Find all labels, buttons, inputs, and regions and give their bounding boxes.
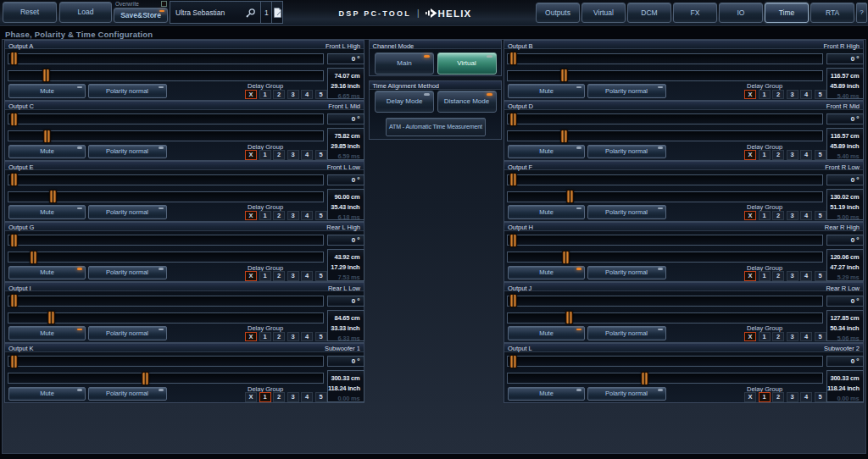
phase-slider-handle[interactable] [10,294,18,307]
delay-group-option-2[interactable]: 2 [772,150,784,160]
phase-slider-handle[interactable] [509,355,517,368]
delay-group-option-3[interactable]: 3 [787,392,798,402]
delay-group-option-3[interactable]: 3 [287,150,299,160]
delay-group-option-x[interactable]: X [245,271,257,281]
delay-group-option-5[interactable]: 5 [815,392,826,402]
distance-slider-handle[interactable] [562,251,570,264]
delay-group-option-x[interactable]: X [245,332,257,342]
phase-slider[interactable] [8,53,324,64]
delay-group-option-3[interactable]: 3 [787,211,798,221]
delay-group-option-2[interactable]: 2 [273,332,285,342]
delay-group-option-1[interactable]: 1 [259,211,271,221]
phase-slider[interactable] [507,356,823,367]
delay-group-option-4[interactable]: 4 [800,211,812,221]
polarity-button[interactable]: Polarity normal [587,387,666,401]
distance-slider-handle[interactable] [565,311,573,324]
mute-button[interactable]: Mute [8,205,86,219]
delay-group-option-x[interactable]: X [245,90,257,100]
distance-slider[interactable] [507,70,823,81]
polarity-button[interactable]: Polarity normal [587,326,666,340]
delay-group-option-2[interactable]: 2 [772,271,784,281]
delay-group-option-5[interactable]: 5 [815,90,826,100]
polarity-button[interactable]: Polarity normal [587,84,666,98]
delay-group-option-2[interactable]: 2 [273,90,285,100]
phase-slider[interactable] [507,296,823,307]
load-button[interactable]: Load [59,2,112,23]
nav-fx[interactable]: FX [673,3,717,23]
delay-group-option-4[interactable]: 4 [800,271,812,281]
phase-slider-handle[interactable] [10,52,18,65]
polarity-button[interactable]: Polarity normal [88,205,167,219]
delay-group-option-4[interactable]: 4 [800,90,812,100]
phase-slider[interactable] [507,235,823,246]
channel-mode-main-button[interactable]: Main [375,53,434,75]
delay-group-option-4[interactable]: 4 [301,90,313,100]
delay-group-option-4[interactable]: 4 [800,150,812,160]
distance-slider-handle[interactable] [641,372,648,385]
delay-group-option-4[interactable]: 4 [301,332,313,342]
delay-group-option-5[interactable]: 5 [315,332,327,342]
delay-group-option-4[interactable]: 4 [301,392,313,402]
mute-button[interactable]: Mute [508,266,585,280]
distance-slider[interactable] [507,191,823,202]
delay-group-option-x[interactable]: X [245,392,257,402]
polarity-button[interactable]: Polarity normal [88,84,167,98]
overwrite-checkbox[interactable] [161,1,167,7]
mute-button[interactable]: Mute [8,145,86,159]
delay-group-option-1[interactable]: 1 [259,332,271,342]
distance-slider-handle[interactable] [30,251,37,264]
delay-group-option-3[interactable]: 3 [287,332,299,342]
delay-group-option-1[interactable]: 1 [759,271,771,281]
nav-virtual[interactable]: Virtual [581,3,626,23]
delay-group-option-1[interactable]: 1 [259,271,271,281]
atm-button[interactable]: ATM - Automatic Time Measurement [386,118,486,136]
nav-rta[interactable]: RTA [810,3,854,23]
polarity-button[interactable]: Polarity normal [88,266,167,280]
nav-time[interactable]: Time [765,3,809,23]
delay-group-option-1[interactable]: 1 [759,332,771,342]
delay-group-option-x[interactable]: X [245,150,257,160]
distance-slider-handle[interactable] [49,190,57,203]
delay-group-option-5[interactable]: 5 [815,271,826,281]
phase-slider[interactable] [8,356,324,367]
distance-slider[interactable] [8,130,324,141]
nav-outputs[interactable]: Outputs [536,3,580,23]
delay-group-option-2[interactable]: 2 [772,392,784,402]
distance-slider[interactable] [8,312,324,324]
delay-group-option-2[interactable]: 2 [273,211,285,221]
delay-group-option-5[interactable]: 5 [315,392,327,402]
delay-group-option-3[interactable]: 3 [287,271,299,281]
delay-group-option-3[interactable]: 3 [787,150,798,160]
delay-group-option-x[interactable]: X [744,90,756,100]
delay-group-option-3[interactable]: 3 [287,392,299,402]
phase-slider-handle[interactable] [10,173,18,186]
delay-group-option-5[interactable]: 5 [315,90,327,100]
phase-slider-handle[interactable] [509,234,517,247]
delay-group-option-3[interactable]: 3 [787,90,798,100]
time-alignment-delay-mode-button[interactable]: Delay Mode [375,91,434,113]
phase-slider-handle[interactable] [509,52,517,65]
distance-slider-handle[interactable] [560,130,568,143]
delay-group-option-x[interactable]: X [245,211,257,221]
delay-group-option-x[interactable]: X [744,332,756,342]
mute-button[interactable]: Mute [508,145,585,159]
polarity-button[interactable]: Polarity normal [587,266,666,280]
delay-group-option-4[interactable]: 4 [301,150,313,160]
delay-group-option-2[interactable]: 2 [772,332,784,342]
phase-slider-handle[interactable] [10,234,18,247]
delay-group-option-5[interactable]: 5 [815,150,826,160]
delay-group-option-1[interactable]: 1 [259,392,271,402]
setup-name-input[interactable]: Ultra Sebastian [170,2,260,23]
mute-button[interactable]: Mute [8,387,86,401]
delay-group-option-5[interactable]: 5 [315,150,327,160]
delay-group-option-3[interactable]: 3 [787,271,798,281]
distance-slider-handle[interactable] [47,311,55,324]
distance-slider[interactable] [8,70,324,81]
phase-slider[interactable] [8,235,324,246]
distance-slider[interactable] [507,312,823,324]
phase-slider[interactable] [8,174,324,185]
polarity-button[interactable]: Polarity normal [88,145,167,159]
channel-mode-virtual-button[interactable]: Virtual [437,53,497,75]
phase-slider-handle[interactable] [10,113,18,126]
mute-button[interactable]: Mute [8,266,86,280]
